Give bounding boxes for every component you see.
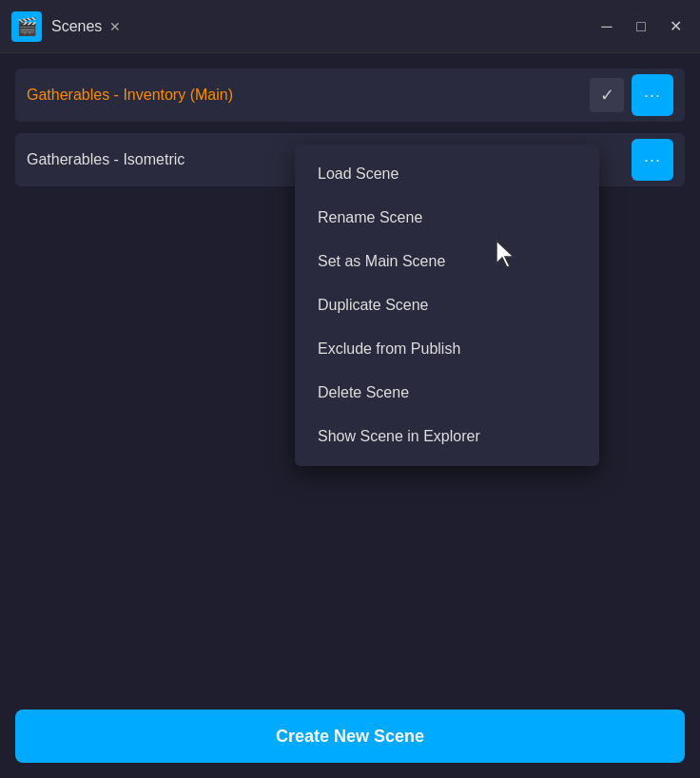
window-title: Scenes [51, 18, 102, 35]
close-button[interactable]: ✕ [662, 13, 689, 40]
window: 🎬 Scenes ✕ ─ □ ✕ Gatherables - Inventory… [0, 0, 700, 778]
menu-item-duplicate-scene[interactable]: Duplicate Scene [295, 283, 599, 327]
menu-item-load-scene[interactable]: Load Scene [295, 152, 599, 196]
create-new-scene-button[interactable]: Create New Scene [15, 710, 685, 763]
menu-item-rename-scene[interactable]: Rename Scene [295, 196, 599, 240]
window-controls: ─ □ ✕ [593, 13, 689, 40]
menu-item-delete-scene[interactable]: Delete Scene [295, 371, 599, 415]
context-menu: Load Scene Rename Scene Set as Main Scen… [295, 145, 599, 466]
menu-item-exclude-publish[interactable]: Exclude from Publish [295, 327, 599, 371]
titlebar: 🎬 Scenes ✕ ─ □ ✕ [0, 0, 700, 53]
scene-row-main[interactable]: Gatherables - Inventory (Main) ✓ ··· [15, 68, 685, 122]
app-icon: 🎬 [11, 11, 42, 42]
scene-name-main: Gatherables - Inventory (Main) [27, 87, 590, 104]
scene-menu-button-isometric[interactable]: ··· [632, 139, 673, 181]
app-icon-emoji: 🎬 [16, 16, 37, 37]
maximize-button[interactable]: □ [628, 13, 654, 40]
minimize-button[interactable]: ─ [593, 13, 620, 40]
scene-check-icon: ✓ [590, 78, 624, 112]
menu-item-set-main-scene[interactable]: Set as Main Scene [295, 240, 599, 283]
menu-item-show-explorer[interactable]: Show Scene in Explorer [295, 415, 599, 458]
close-tab-button[interactable]: ✕ [109, 19, 121, 34]
footer: Create New Scene [0, 698, 700, 778]
scene-menu-button-main[interactable]: ··· [632, 74, 673, 116]
content-area: Gatherables - Inventory (Main) ✓ ··· Gat… [0, 53, 700, 698]
